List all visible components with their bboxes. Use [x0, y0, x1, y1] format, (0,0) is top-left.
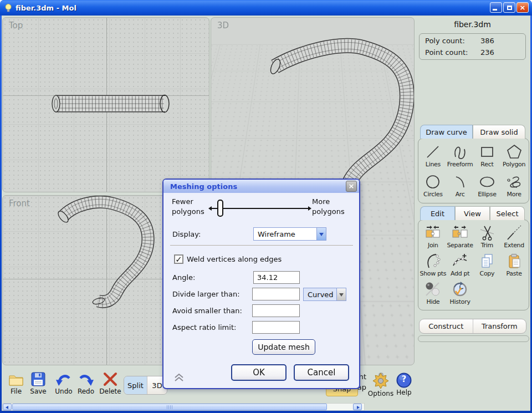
tool-paste[interactable]: Paste	[501, 253, 528, 277]
options-button[interactable]: Options	[367, 373, 394, 397]
divide-units-dropdown-button[interactable]	[336, 288, 346, 300]
tool-extend[interactable]: Extend	[501, 225, 528, 249]
tab-edit[interactable]: Edit	[420, 206, 455, 220]
tab-draw-curve[interactable]: Draw curve	[420, 125, 473, 139]
document-title: fiber.3dm	[415, 20, 530, 29]
tool-polygon[interactable]: Polygon	[501, 144, 528, 168]
gear-icon	[372, 373, 389, 389]
chevron-down-icon	[339, 293, 344, 297]
more-polygons-label: More polygons	[312, 197, 352, 217]
scroll-left-button[interactable]	[3, 404, 12, 410]
point-count-value: 236	[480, 48, 494, 57]
wireframe-tube-top	[3, 18, 209, 192]
viewport-top[interactable]: Top	[2, 17, 209, 192]
dialog-separator	[170, 245, 353, 246]
dialog-close-icon: ×	[349, 182, 355, 190]
divide-larger-input[interactable]	[252, 288, 300, 300]
angle-label: Angle:	[172, 273, 195, 282]
point-count-label: Point count:	[425, 48, 480, 57]
redo-button[interactable]: Redo	[73, 371, 99, 395]
display-dropdown-button[interactable]	[316, 228, 326, 240]
line-icon	[424, 144, 441, 160]
stats-box: Poly count:386 Point count:236	[419, 33, 526, 60]
cancel-button[interactable]: Cancel	[294, 364, 349, 381]
tool-more[interactable]: More	[501, 174, 528, 198]
arc-icon	[452, 174, 468, 190]
history-clock-icon	[452, 281, 468, 298]
tool-join[interactable]: Join	[420, 225, 446, 249]
minimize-icon	[493, 9, 497, 11]
maximize-button[interactable]	[503, 2, 515, 13]
tool-rect[interactable]: Rect	[474, 144, 500, 168]
display-select[interactable]: Wireframe	[253, 227, 326, 241]
redo-arrow-icon	[78, 371, 94, 387]
tool-lines[interactable]: Lines	[420, 144, 446, 168]
tool-ellipse[interactable]: Ellipse	[474, 174, 500, 198]
collapse-chevron-icon[interactable]	[173, 373, 185, 383]
divide-units-select[interactable]: Curved	[303, 288, 346, 301]
scissors-icon	[479, 225, 495, 241]
copy-icon	[479, 253, 495, 269]
viewport-3d-label: 3D	[217, 21, 229, 30]
close-button[interactable]: ×	[516, 2, 529, 13]
fewer-polygons-label: Fewer polygons	[172, 197, 212, 217]
slider-thumb[interactable]	[217, 200, 223, 217]
update-mesh-button[interactable]: Update mesh	[252, 339, 315, 355]
scroll-right-icon	[357, 406, 360, 409]
pentagon-icon	[506, 144, 523, 160]
display-value: Wireframe	[254, 230, 316, 238]
tool-history[interactable]: History	[447, 281, 473, 305]
aspect-ratio-label: Aspect ratio limit:	[172, 323, 236, 332]
tool-separate[interactable]: Separate	[447, 225, 473, 249]
tool-freeform[interactable]: Freeform	[447, 144, 473, 168]
chevron-down-icon	[319, 233, 324, 236]
slider-right-arrow-icon	[308, 206, 311, 211]
viewport-top-label: Top	[9, 21, 23, 30]
rectangle-icon	[479, 144, 495, 160]
tool-hide[interactable]: Hide	[420, 281, 446, 305]
tab-select[interactable]: Select	[490, 206, 525, 220]
dialog-titlebar[interactable]: Meshing options	[163, 180, 359, 193]
horizontal-scrollbar[interactable]	[2, 403, 365, 411]
divide-units-value: Curved	[304, 290, 336, 299]
titlebar[interactable]: fiber.3dm - Mol ×	[0, 0, 532, 16]
view-mode-tabs: Split 3D	[124, 376, 167, 395]
scrollbar-thumb[interactable]	[12, 404, 327, 410]
minimize-button[interactable]	[490, 2, 502, 13]
transform-button[interactable]: Transform	[473, 319, 526, 333]
viewport-front-label: Front	[9, 198, 30, 208]
scroll-left-icon	[6, 406, 8, 409]
dialog-close-button[interactable]: ×	[346, 181, 357, 192]
meshing-options-dialog: Meshing options × Fewer polygons More po…	[162, 179, 360, 389]
tab-draw-solid[interactable]: Draw solid	[473, 125, 525, 139]
freeform-curve-icon	[452, 144, 468, 160]
tool-arc[interactable]: Arc	[447, 174, 473, 198]
tool-copy[interactable]: Copy	[474, 253, 500, 277]
tool-add-pt[interactable]: Add pt	[447, 253, 473, 277]
add-point-icon	[452, 253, 468, 269]
delete-x-icon	[102, 371, 119, 387]
scroll-right-button[interactable]	[353, 404, 362, 410]
tool-show-pts[interactable]: Show pts	[420, 253, 446, 277]
avoid-smaller-input[interactable]	[252, 304, 300, 317]
tool-circles[interactable]: Circles	[420, 174, 446, 198]
window-title: fiber.3dm - Mol	[16, 4, 76, 12]
aspect-ratio-input[interactable]	[252, 321, 300, 334]
construct-button[interactable]: Construct	[420, 319, 473, 333]
edit-tabstrip: Edit View Select	[420, 206, 525, 220]
weld-vertices-checkbox[interactable]: ✓	[174, 254, 183, 264]
polygon-density-slider[interactable]	[212, 208, 308, 209]
help-button[interactable]: ? Help	[393, 373, 415, 396]
tab-split-view[interactable]: Split	[124, 376, 147, 394]
angle-input[interactable]	[253, 271, 300, 284]
delete-button[interactable]: Delete	[97, 371, 124, 395]
app-window: fiber.3dm - Mol × Top 3D	[0, 0, 532, 413]
ok-button[interactable]: OK	[231, 364, 287, 381]
scrollbar-track[interactable]	[327, 404, 353, 410]
tab-view[interactable]: View	[455, 206, 490, 220]
tool-trim[interactable]: Trim	[474, 225, 500, 249]
save-button[interactable]: Save	[25, 371, 52, 395]
folder-icon	[8, 371, 24, 387]
collapsed-group-edge	[418, 335, 529, 342]
question-mark-glyph: ?	[396, 374, 412, 384]
